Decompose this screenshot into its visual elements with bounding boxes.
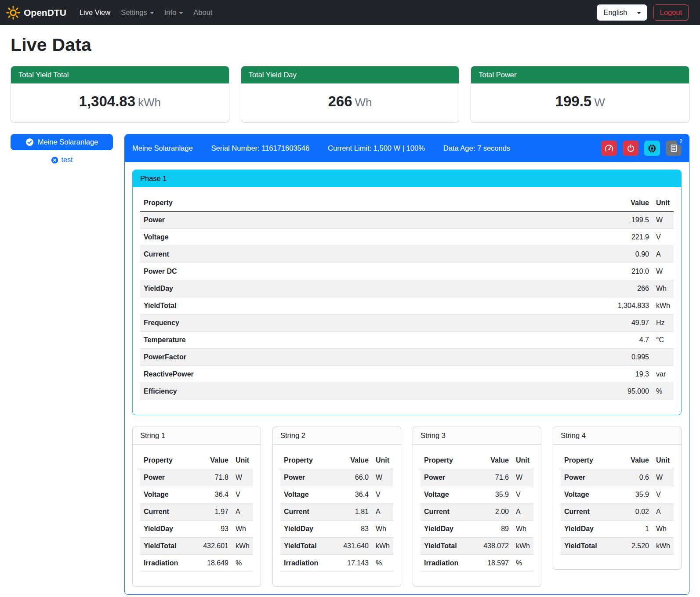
property-cell: ReactivePower — [140, 366, 614, 383]
nav-about[interactable]: About — [188, 5, 218, 20]
summary-card-body: 266Wh — [241, 83, 459, 122]
chevron-down-icon — [179, 12, 183, 14]
property-cell: Voltage — [280, 486, 340, 503]
unit-cell: A — [372, 503, 393, 521]
logout-button[interactable]: Logout — [653, 4, 689, 21]
nav-live-view-label: Live View — [80, 8, 110, 17]
summary-card-title: Total Yield Day — [241, 66, 459, 83]
check-circle-icon — [25, 138, 34, 146]
table-row: YieldDay89Wh — [421, 521, 533, 538]
table-row: Frequency49.97Hz — [140, 315, 674, 332]
language-select[interactable]: English — [597, 4, 647, 21]
property-cell: Power DC — [140, 263, 614, 280]
table-row: Voltage35.9V — [561, 486, 674, 503]
value-cell: 36.4 — [199, 486, 232, 503]
value-cell: 438.072 — [480, 538, 512, 555]
inverter-item-test-label: test — [62, 156, 73, 164]
nav-settings-label: Settings — [121, 8, 147, 17]
brand[interactable]: OpenDTU — [6, 6, 66, 20]
unit-cell: Hz — [653, 315, 674, 332]
property-cell: Temperature — [140, 332, 614, 349]
property-cell: Irradiation — [280, 555, 340, 572]
power-button[interactable] — [623, 141, 638, 156]
summary-card-total-yield-total: Total Yield Total 1,304.83kWh — [11, 66, 229, 123]
table-row: Efficiency95.000% — [140, 383, 674, 400]
unit-cell — [653, 349, 674, 366]
table-row: Current2.00A — [421, 503, 533, 521]
property-cell: YieldTotal — [421, 538, 480, 555]
value-cell: 221.9 — [614, 229, 653, 246]
unit-cell: % — [512, 555, 533, 572]
table-row: Irradiation18.597% — [421, 555, 533, 572]
unit-cell: V — [653, 486, 674, 503]
property-cell: Current — [561, 503, 627, 521]
inverter-select-button[interactable]: Meine Solaranlage — [11, 134, 113, 150]
property-cell: PowerFactor — [140, 349, 614, 366]
strings-row: String 1 PropertyValueUnitPower71.8WVolt… — [132, 427, 682, 587]
property-cell: YieldTotal — [561, 538, 627, 555]
property-cell: Current — [140, 246, 614, 263]
language-select-value: English — [603, 8, 627, 17]
unit-cell: kWh — [653, 297, 674, 315]
inverter-limit: Current Limit: 1,500 W | 100% — [328, 144, 425, 152]
value-cell: 35.9 — [627, 486, 653, 503]
cpu-icon — [648, 144, 656, 153]
value-cell: 19.3 — [614, 366, 653, 383]
string-table: PropertyValueUnitPower66.0WVoltage36.4VC… — [280, 452, 393, 572]
summary-cards-row: Total Yield Total 1,304.83kWh Total Yiel… — [11, 66, 689, 123]
value-cell: 17.143 — [340, 555, 372, 572]
value-cell: 83 — [340, 521, 372, 538]
string-card-body: PropertyValueUnitPower71.6WVoltage35.9VC… — [413, 445, 541, 586]
table-row: Current1.97A — [140, 503, 253, 521]
inverter-name: Meine Solaranlage — [132, 144, 193, 152]
column-header: Property — [140, 452, 199, 469]
column-header: Property — [421, 452, 480, 469]
unit-cell: % — [653, 383, 674, 400]
summary-card-unit: Wh — [355, 96, 372, 109]
chevron-down-icon — [637, 12, 641, 14]
unit-cell: V — [653, 229, 674, 246]
inverter-panel: Meine Solaranlage Serial Number: 1161716… — [124, 134, 689, 595]
column-header: Property — [280, 452, 340, 469]
phase-card-title: Phase 1 — [133, 170, 681, 187]
property-cell: Current — [280, 503, 340, 521]
string-card-body: PropertyValueUnitPower71.8WVoltage36.4VC… — [133, 445, 261, 586]
column-header: Value — [480, 452, 512, 469]
chevron-down-icon — [150, 12, 154, 14]
value-cell: 36.4 — [340, 486, 372, 503]
table-row: Irradiation18.649% — [140, 555, 253, 572]
table-row: Voltage36.4V — [140, 486, 253, 503]
property-cell: YieldDay — [140, 280, 614, 297]
value-cell: 432.601 — [199, 538, 232, 555]
inverter-data-age: Data Age: 7 seconds — [443, 144, 510, 152]
string-card-title: String 4 — [553, 427, 681, 445]
table-row: YieldDay266Wh — [140, 280, 674, 297]
phase-table: PropertyValueUnitPower199.5WVoltage221.9… — [140, 195, 674, 400]
navbar: OpenDTU Live View Settings Info About En… — [0, 0, 700, 25]
table-row: Power DC210.0W — [140, 263, 674, 280]
property-cell: Efficiency — [140, 383, 614, 400]
limit-settings-button[interactable] — [601, 141, 617, 156]
inverter-item-test[interactable]: test — [11, 156, 113, 164]
unit-cell: A — [653, 503, 674, 521]
table-row: YieldTotal432.601kWh — [140, 538, 253, 555]
device-info-button[interactable] — [644, 141, 660, 156]
nav-info[interactable]: Info — [159, 5, 189, 20]
column-header: Unit — [653, 195, 674, 212]
unit-cell: W — [232, 469, 253, 486]
column-header: Value — [199, 452, 232, 469]
nav-live-view[interactable]: Live View — [74, 5, 116, 20]
nav-settings[interactable]: Settings — [116, 5, 159, 20]
string-card-body: PropertyValueUnitPower66.0WVoltage36.4VC… — [273, 445, 401, 586]
unit-cell: V — [512, 486, 533, 503]
unit-cell: W — [653, 263, 674, 280]
string-table: PropertyValueUnitPower71.8WVoltage36.4VC… — [140, 452, 253, 572]
table-row: Current1.81A — [280, 503, 393, 521]
value-cell: 0.6 — [627, 469, 653, 486]
table-row: YieldTotal1,304.833kWh — [140, 297, 674, 315]
table-header-row: PropertyValueUnit — [140, 452, 253, 469]
inverter-panel-body: Phase 1 PropertyValueUnitPower199.5WVolt… — [125, 162, 689, 594]
table-row: YieldTotal2.520kWh — [561, 538, 674, 555]
event-log-button[interactable]: 2 — [666, 141, 682, 156]
unit-cell: Wh — [512, 521, 533, 538]
